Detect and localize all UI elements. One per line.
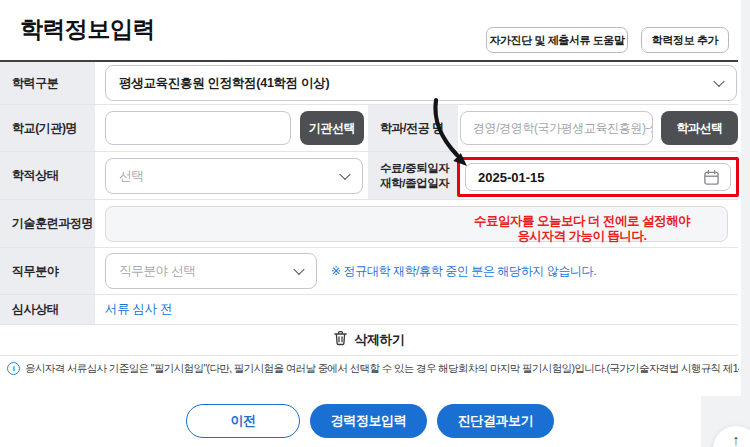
select-institution-button[interactable]: 기관선택 (300, 111, 364, 145)
date-input[interactable]: 2025-01-15 (465, 163, 731, 191)
row-education-type: 학력구분 평생교육진흥원 인정학점(41학점 이상) (0, 62, 738, 105)
row-job-field: 직무분야 직무분야 선택 ※ 정규대학 재학/휴학 중인 분은 해당하지 않습니… (0, 248, 738, 295)
row-delete: 삭제하기 (0, 325, 738, 356)
row-school-major: 학교(기관)명 기관선택 학과/전공 명 경영/경영학(국가평생교육진흥원)-생… (0, 105, 738, 152)
page-title: 학력정보입력 (20, 14, 155, 45)
job-field-select[interactable]: 직무분야 선택 (105, 253, 317, 289)
eligibility-notice: i 응시자격 서류심사 기준일은 "필기시험일"(다만, 필기시험을 여러날 중… (7, 362, 739, 376)
self-diagnosis-help-button[interactable]: 자가진단 및 제출서류 도움말 (486, 27, 628, 53)
review-status-label: 심사상태 (0, 295, 95, 324)
date-warning-annotation: 수료일자를 오늘보다 더 전에로 설정해야 응시자격 가능이 뜹니다. (428, 214, 736, 244)
education-info-page: 학력정보입력 자가진단 및 제출서류 도움말 학력정보 추가 학력구분 평생교육… (0, 0, 750, 447)
select-department-button[interactable]: 학과선택 (661, 111, 738, 145)
chevron-down-icon (293, 264, 304, 275)
training-course-label: 기술훈련과정명 (0, 200, 95, 247)
chevron-down-icon (339, 169, 350, 180)
info-icon: i (7, 362, 20, 375)
previous-button[interactable]: 이전 (186, 404, 300, 438)
bottom-actions: 이전 경력정보입력 진단결과보기 (0, 404, 740, 438)
enrollment-status-label: 학적상태 (0, 152, 95, 199)
eligibility-notice-text: 응시자격 서류심사 기준일은 "필기시험일"(다만, 필기시험을 여러날 중에서… (25, 362, 739, 376)
education-type-value: 평생교육진흥원 인정학점(41학점 이상) (119, 75, 329, 92)
career-info-button[interactable]: 경력정보입력 (310, 404, 427, 438)
major-input[interactable]: 경영/경영학(국가평생교육진흥원)-생산관리 (460, 111, 653, 145)
school-name-input[interactable] (105, 111, 291, 145)
chevron-down-icon (713, 76, 724, 87)
date-label: 수료/중퇴일자 재학/졸업일자 (368, 152, 458, 199)
row-status-date: 학적상태 선택 수료/중퇴일자 재학/졸업일자 2025-01-15 (0, 152, 738, 200)
job-field-label: 직무분야 (0, 248, 95, 294)
arrow-up-icon: ↑ (732, 431, 740, 447)
date-value: 2025-01-15 (478, 170, 545, 185)
calendar-icon[interactable] (703, 169, 720, 189)
delete-button-label: 삭제하기 (354, 331, 404, 349)
enrollment-status-placeholder: 선택 (119, 168, 143, 185)
diagnosis-result-button[interactable]: 진단결과보기 (437, 404, 554, 438)
enrollment-status-select[interactable]: 선택 (105, 158, 363, 194)
row-review-status: 심사상태 서류 심사 전 (0, 295, 738, 325)
school-name-label: 학교(기관)명 (0, 105, 95, 151)
delete-button[interactable]: 삭제하기 (0, 325, 738, 355)
job-field-placeholder: 직무분야 선택 (119, 263, 195, 280)
trash-icon (333, 330, 348, 350)
date-highlight-annotation: 2025-01-15 (457, 157, 739, 197)
major-label: 학과/전공 명 (368, 105, 458, 151)
review-status-value: 서류 심사 전 (105, 295, 172, 324)
add-education-info-button[interactable]: 학력정보 추가 (641, 27, 729, 53)
education-type-label: 학력구분 (0, 62, 95, 104)
job-field-note: ※ 정규대학 재학/휴학 중인 분은 해당하지 않습니다. (331, 248, 596, 294)
education-type-select[interactable]: 평생교육진흥원 인정학점(41학점 이상) (105, 65, 737, 101)
